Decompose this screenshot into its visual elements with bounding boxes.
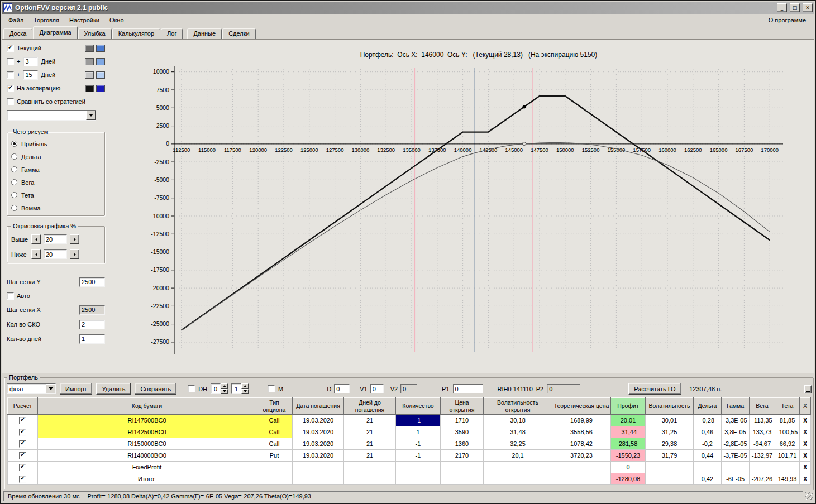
delete-button[interactable]: Удалить	[96, 383, 131, 395]
dh-spinner-2-input[interactable]	[231, 383, 241, 394]
cell-code[interactable]: RI147500BC0	[38, 415, 256, 426]
cell-gamma[interactable]: -3,3E-05	[722, 415, 750, 426]
cell-vega[interactable]	[750, 462, 775, 473]
resize-grip[interactable]	[805, 492, 813, 500]
cell-open-price[interactable]: 3590	[441, 426, 484, 438]
cell-days[interactable]: 21	[344, 415, 396, 426]
tab-diagram[interactable]: Диаграмма	[33, 26, 77, 39]
tab-calculator[interactable]: Калькулятор	[112, 28, 160, 39]
v1-input[interactable]	[370, 384, 384, 393]
cell-days[interactable]: 21	[344, 438, 396, 450]
cell-profit[interactable]: 0	[611, 462, 646, 473]
row-checkbox[interactable]: ✔	[19, 440, 26, 448]
radio-delta[interactable]	[11, 153, 17, 160]
row-close-button[interactable]: X	[803, 476, 807, 482]
radio-gamma[interactable]	[11, 166, 17, 172]
row-calc-cell[interactable]: ✔	[8, 450, 38, 462]
cell-vol[interactable]: 30,01	[646, 415, 694, 426]
current-color-swatch-1[interactable]	[85, 45, 94, 52]
row-close-cell[interactable]: X	[800, 462, 811, 473]
collapse-panel-button[interactable]	[804, 385, 812, 393]
row-close-button[interactable]: X	[803, 441, 807, 447]
spin-up-icon[interactable]	[241, 383, 249, 389]
sko-count-input[interactable]	[79, 320, 105, 329]
radio-profit[interactable]	[11, 141, 17, 147]
cell-vega[interactable]: -207,26	[750, 473, 775, 485]
cell-option-type[interactable]: Call	[256, 415, 293, 426]
cell-quantity[interactable]	[396, 473, 441, 485]
cell-code[interactable]: RI140000BO0	[38, 450, 256, 462]
cell-theo-price[interactable]: 1078,42	[552, 438, 611, 450]
range-above-decrease-button[interactable]	[31, 234, 41, 244]
cell-code[interactable]: FixedProfit	[38, 462, 256, 473]
cell-open-price[interactable]: 1710	[441, 415, 484, 426]
spin-up-icon[interactable]	[221, 383, 228, 389]
cell-profit[interactable]: -1280,08	[611, 473, 646, 485]
cell-option-type[interactable]: Put	[256, 450, 293, 462]
radio-vega[interactable]	[11, 179, 17, 185]
cell-open-vol[interactable]: 30,18	[484, 415, 552, 426]
radio-profit-row[interactable]: Прибыль	[11, 137, 101, 150]
cell-vega[interactable]: 133,73	[750, 426, 775, 438]
cell-open-vol[interactable]: 31,48	[484, 426, 552, 438]
cell-vol[interactable]	[646, 473, 694, 485]
cell-theta[interactable]: 66,92	[775, 438, 800, 450]
cell-profit[interactable]: -31,44	[611, 426, 646, 438]
cell-profit[interactable]: 20,01	[611, 415, 646, 426]
radio-theta[interactable]	[11, 192, 17, 198]
row-close-cell[interactable]: X	[800, 415, 811, 426]
cell-delta[interactable]	[694, 462, 722, 473]
chevron-down-icon[interactable]	[46, 384, 55, 393]
cell-theta[interactable]: -100,55	[775, 426, 800, 438]
plus3-days-input[interactable]	[23, 57, 38, 66]
cell-delta[interactable]: -0,28	[694, 415, 722, 426]
plus3-color-swatch-2[interactable]	[96, 58, 105, 65]
cell-theta[interactable]: 149,93	[775, 473, 800, 485]
cell-expiry[interactable]: 19.03.2020	[293, 438, 344, 450]
cell-option-type[interactable]	[256, 473, 293, 485]
cell-days[interactable]: 21	[344, 450, 396, 462]
row-checkbox[interactable]: ✔	[19, 464, 26, 471]
row-close-button[interactable]: X	[803, 464, 807, 471]
plus3-layer-checkbox[interactable]	[7, 58, 14, 65]
cell-gamma[interactable]: 3,8E-05	[722, 426, 750, 438]
cell-open-price[interactable]: 1360	[441, 438, 484, 450]
menu-settings[interactable]: Настройки	[64, 15, 104, 26]
plus15-color-swatch-2[interactable]	[96, 71, 105, 79]
menu-about[interactable]: О программе	[762, 15, 813, 26]
cell-vol[interactable]: 31,25	[646, 426, 694, 438]
cell-theta[interactable]: 101,71	[775, 450, 800, 462]
cell-delta[interactable]: 0,42	[694, 473, 722, 485]
cell-option-type[interactable]	[256, 462, 293, 473]
row-calc-cell[interactable]: ✔	[8, 426, 38, 438]
cell-quantity[interactable]: -1	[396, 415, 441, 426]
cell-open-vol[interactable]	[484, 473, 552, 485]
row-close-cell[interactable]: X	[800, 450, 811, 462]
cell-open-price[interactable]	[441, 462, 484, 473]
cell-open-vol[interactable]: 20,1	[484, 450, 552, 462]
cell-vega[interactable]: -113,35	[750, 415, 775, 426]
tab-board[interactable]: Доска	[3, 28, 32, 39]
row-calc-cell[interactable]: ✔	[8, 462, 38, 473]
cell-quantity[interactable]: -1	[396, 450, 441, 462]
expiration-layer-checkbox[interactable]: ✔	[7, 85, 14, 92]
cell-quantity[interactable]: -1	[396, 438, 441, 450]
row-close-cell[interactable]: X	[800, 473, 811, 485]
row-close-cell[interactable]: X	[800, 438, 811, 450]
dh-checkbox[interactable]	[188, 385, 195, 392]
menu-file[interactable]: Файл	[3, 15, 28, 26]
tab-data[interactable]: Данные	[187, 28, 222, 39]
calculate-margin-button[interactable]: Рассчитать ГО	[628, 383, 681, 395]
cell-gamma[interactable]: -6E-05	[722, 473, 750, 485]
cell-expiry[interactable]: 19.03.2020	[293, 426, 344, 438]
cell-code[interactable]: Итого:	[38, 473, 256, 485]
cell-profit[interactable]: -1550,23	[611, 450, 646, 462]
cell-expiry[interactable]: 19.03.2020	[293, 415, 344, 426]
row-checkbox[interactable]: ✔	[19, 429, 26, 436]
cell-gamma[interactable]	[722, 462, 750, 473]
plus3-color-swatch-1[interactable]	[85, 58, 94, 65]
current-color-swatch-2[interactable]	[96, 45, 105, 52]
cell-open-vol[interactable]: 32,25	[484, 438, 552, 450]
cell-delta[interactable]: -0,2	[694, 438, 722, 450]
range-above-increase-button[interactable]	[70, 234, 79, 244]
